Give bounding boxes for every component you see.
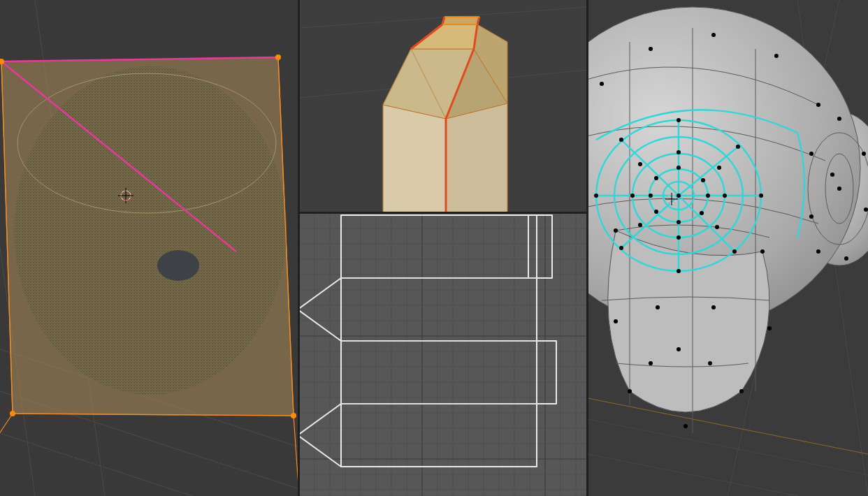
svg-point-153 <box>677 347 681 351</box>
carton-render <box>299 0 588 213</box>
svg-point-162 <box>837 187 841 191</box>
divider-horizontal[interactable] <box>299 212 588 214</box>
svg-line-2 <box>0 433 299 496</box>
svg-point-147 <box>767 326 772 330</box>
bowl-mesh <box>14 66 287 395</box>
viewport-suzanne[interactable] <box>588 0 868 496</box>
svg-point-124 <box>715 225 719 229</box>
svg-point-128 <box>638 162 642 166</box>
svg-point-148 <box>614 319 618 323</box>
svg-line-94 <box>588 398 868 454</box>
svg-line-90 <box>588 419 868 475</box>
svg-point-126 <box>638 223 642 227</box>
svg-rect-38 <box>299 213 588 496</box>
svg-marker-27 <box>446 103 507 213</box>
suzanne-render <box>588 0 868 496</box>
bowl-cube-render <box>0 0 299 496</box>
uv-editor[interactable] <box>299 213 588 496</box>
svg-point-121 <box>677 150 681 154</box>
svg-point-116 <box>677 269 681 273</box>
viewport-left[interactable] <box>0 0 299 496</box>
svg-point-123 <box>723 194 727 198</box>
svg-point-154 <box>649 361 653 365</box>
svg-point-157 <box>862 152 866 156</box>
svg-point-140 <box>774 54 779 58</box>
svg-marker-32 <box>442 17 479 24</box>
divider-vertical-2[interactable] <box>586 0 588 496</box>
svg-point-125 <box>677 235 681 240</box>
svg-point-17 <box>275 54 281 60</box>
svg-point-113 <box>736 145 740 149</box>
svg-point-19 <box>10 411 15 416</box>
svg-point-18 <box>291 413 296 418</box>
svg-point-143 <box>816 249 820 254</box>
svg-point-152 <box>711 305 716 309</box>
svg-point-146 <box>739 389 744 393</box>
svg-point-120 <box>677 194 681 198</box>
svg-point-151 <box>656 305 660 309</box>
svg-point-159 <box>844 256 848 261</box>
svg-point-131 <box>706 194 710 198</box>
viewport-carton[interactable] <box>299 0 588 213</box>
svg-point-118 <box>594 194 598 198</box>
svg-point-117 <box>619 246 623 250</box>
svg-point-135 <box>649 194 653 198</box>
svg-point-133 <box>677 220 681 224</box>
svg-point-134 <box>654 210 658 214</box>
svg-marker-30 <box>411 24 477 49</box>
svg-point-139 <box>711 33 716 37</box>
svg-point-149 <box>614 228 618 233</box>
svg-point-141 <box>816 103 820 107</box>
svg-point-112 <box>677 118 681 122</box>
svg-point-122 <box>717 166 721 170</box>
svg-point-144 <box>628 389 632 393</box>
svg-point-7 <box>14 66 287 395</box>
svg-point-136 <box>654 176 658 180</box>
svg-line-91 <box>588 454 868 496</box>
svg-point-142 <box>830 173 834 177</box>
divider-vertical-1[interactable] <box>298 0 300 496</box>
svg-point-132 <box>700 211 704 215</box>
svg-point-115 <box>732 249 737 254</box>
svg-point-161 <box>809 152 813 156</box>
svg-point-9 <box>157 250 199 281</box>
svg-point-137 <box>600 82 604 86</box>
svg-point-119 <box>619 138 623 142</box>
svg-line-14 <box>0 414 13 496</box>
uv-layout <box>299 213 588 496</box>
svg-point-138 <box>649 47 653 51</box>
svg-point-160 <box>809 214 813 219</box>
svg-point-127 <box>630 194 635 198</box>
svg-point-130 <box>701 178 705 182</box>
svg-point-145 <box>683 424 688 428</box>
svg-point-150 <box>760 249 765 254</box>
svg-point-129 <box>677 166 681 170</box>
svg-point-114 <box>759 194 763 198</box>
svg-point-155 <box>708 361 712 365</box>
svg-marker-26 <box>383 105 446 213</box>
svg-point-156 <box>837 117 841 121</box>
suzanne-mesh <box>588 7 868 433</box>
svg-point-158 <box>864 207 868 212</box>
